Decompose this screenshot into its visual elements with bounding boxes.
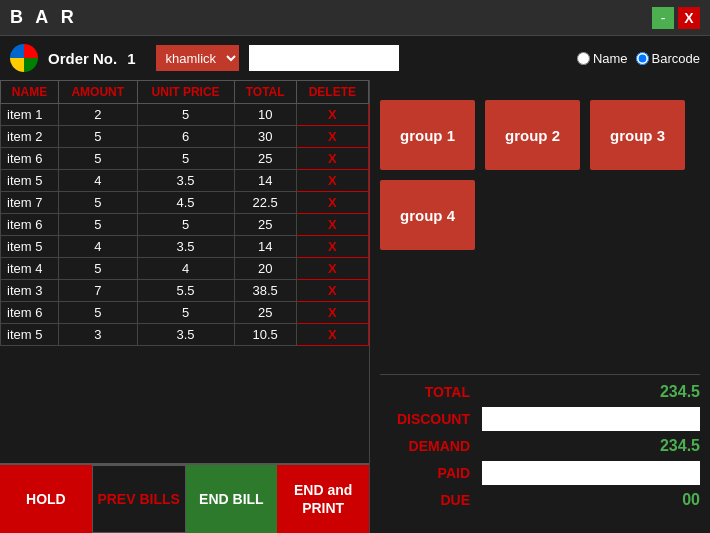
table-row: item 2 5 6 30 X	[1, 126, 369, 148]
cell-amount: 5	[58, 192, 137, 214]
cell-unit-price: 3.5	[137, 236, 234, 258]
cell-unit-price: 5.5	[137, 280, 234, 302]
col-delete: DELETE	[296, 81, 368, 104]
cell-name: item 5	[1, 236, 59, 258]
cell-name: item 5	[1, 170, 59, 192]
topbar: Order No. 1 khamlick Name Barcode	[0, 36, 710, 80]
table-row: item 4 5 4 20 X	[1, 258, 369, 280]
cell-total: 10	[234, 104, 296, 126]
bottom-buttons: HOLD PREV BILLS END BILL END and PRINT	[0, 463, 369, 533]
paid-input[interactable]	[482, 461, 700, 485]
cell-name: item 6	[1, 214, 59, 236]
search-input[interactable]	[249, 45, 399, 71]
delete-button[interactable]: X	[296, 258, 368, 280]
cell-amount: 5	[58, 214, 137, 236]
cell-name: item 6	[1, 148, 59, 170]
radio-name-label[interactable]: Name	[577, 51, 628, 66]
cell-name: item 1	[1, 104, 59, 126]
app-title: B A R	[10, 7, 652, 28]
demand-value: 234.5	[482, 437, 700, 455]
radio-group: Name Barcode	[577, 51, 700, 66]
table-row: item 5 3 3.5 10.5 X	[1, 324, 369, 346]
staff-dropdown[interactable]: khamlick	[156, 45, 239, 71]
cell-unit-price: 5	[137, 302, 234, 324]
radio-barcode[interactable]	[636, 52, 649, 65]
groups-area: group 1group 2group 3group 4	[380, 90, 700, 374]
delete-button[interactable]: X	[296, 170, 368, 192]
table-row: item 7 5 4.5 22.5 X	[1, 192, 369, 214]
order-label: Order No.	[48, 50, 117, 67]
discount-row: DISCOUNT	[380, 407, 700, 431]
cell-total: 25	[234, 214, 296, 236]
order-table: NAME AMOUNT UNIT PRICE TOTAL DELETE item…	[0, 80, 369, 346]
delete-button[interactable]: X	[296, 126, 368, 148]
delete-button[interactable]: X	[296, 236, 368, 258]
cell-unit-price: 3.5	[137, 170, 234, 192]
table-row: item 5 4 3.5 14 X	[1, 236, 369, 258]
discount-label: DISCOUNT	[380, 411, 470, 427]
right-panel: group 1group 2group 3group 4 TOTAL 234.5…	[370, 80, 710, 533]
group-button-group2[interactable]: group 2	[485, 100, 580, 170]
total-row: TOTAL 234.5	[380, 383, 700, 401]
cell-amount: 4	[58, 236, 137, 258]
cell-unit-price: 5	[137, 148, 234, 170]
cell-amount: 2	[58, 104, 137, 126]
cell-total: 25	[234, 148, 296, 170]
cell-amount: 5	[58, 148, 137, 170]
close-button[interactable]: X	[678, 7, 700, 29]
hold-button[interactable]: HOLD	[0, 465, 92, 533]
left-panel: NAME AMOUNT UNIT PRICE TOTAL DELETE item…	[0, 80, 370, 533]
demand-label: DEMAND	[380, 438, 470, 454]
radio-name[interactable]	[577, 52, 590, 65]
col-amount: AMOUNT	[58, 81, 137, 104]
end-bill-button[interactable]: END BILL	[186, 465, 278, 533]
cell-total: 20	[234, 258, 296, 280]
table-row: item 6 5 5 25 X	[1, 302, 369, 324]
delete-button[interactable]: X	[296, 148, 368, 170]
paid-row: PAID	[380, 461, 700, 485]
delete-button[interactable]: X	[296, 104, 368, 126]
cell-unit-price: 5	[137, 214, 234, 236]
due-row: DUE 00	[380, 491, 700, 509]
col-total: TOTAL	[234, 81, 296, 104]
table-row: item 6 5 5 25 X	[1, 148, 369, 170]
order-table-container[interactable]: NAME AMOUNT UNIT PRICE TOTAL DELETE item…	[0, 80, 369, 463]
minimize-button[interactable]: -	[652, 7, 674, 29]
cell-name: item 7	[1, 192, 59, 214]
cell-name: item 6	[1, 302, 59, 324]
radio-barcode-label[interactable]: Barcode	[636, 51, 700, 66]
main-area: NAME AMOUNT UNIT PRICE TOTAL DELETE item…	[0, 80, 710, 533]
cell-unit-price: 5	[137, 104, 234, 126]
group-button-group3[interactable]: group 3	[590, 100, 685, 170]
prev-bills-button[interactable]: PREV BILLS	[92, 465, 186, 533]
summary-area: TOTAL 234.5 DISCOUNT DEMAND 234.5 PAID D…	[380, 374, 700, 523]
due-value: 00	[482, 491, 700, 509]
cell-total: 14	[234, 170, 296, 192]
delete-button[interactable]: X	[296, 280, 368, 302]
table-body: item 1 2 5 10 X item 2 5 6 30 X item 6 5…	[1, 104, 369, 346]
cell-amount: 4	[58, 170, 137, 192]
table-row: item 3 7 5.5 38.5 X	[1, 280, 369, 302]
order-number: 1	[127, 50, 135, 67]
total-label: TOTAL	[380, 384, 470, 400]
discount-input[interactable]	[482, 407, 700, 431]
cell-amount: 3	[58, 324, 137, 346]
delete-button[interactable]: X	[296, 324, 368, 346]
cell-total: 14	[234, 236, 296, 258]
table-row: item 1 2 5 10 X	[1, 104, 369, 126]
cell-total: 10.5	[234, 324, 296, 346]
group-button-group4[interactable]: group 4	[380, 180, 475, 250]
delete-button[interactable]: X	[296, 192, 368, 214]
total-value: 234.5	[482, 383, 700, 401]
cell-unit-price: 4.5	[137, 192, 234, 214]
col-unit-price: UNIT PRICE	[137, 81, 234, 104]
group-button-group1[interactable]: group 1	[380, 100, 475, 170]
end-and-print-button[interactable]: END and PRINT	[277, 465, 369, 533]
cell-unit-price: 3.5	[137, 324, 234, 346]
cell-amount: 5	[58, 258, 137, 280]
delete-button[interactable]: X	[296, 214, 368, 236]
cell-name: item 3	[1, 280, 59, 302]
cell-amount: 7	[58, 280, 137, 302]
col-name: NAME	[1, 81, 59, 104]
delete-button[interactable]: X	[296, 302, 368, 324]
